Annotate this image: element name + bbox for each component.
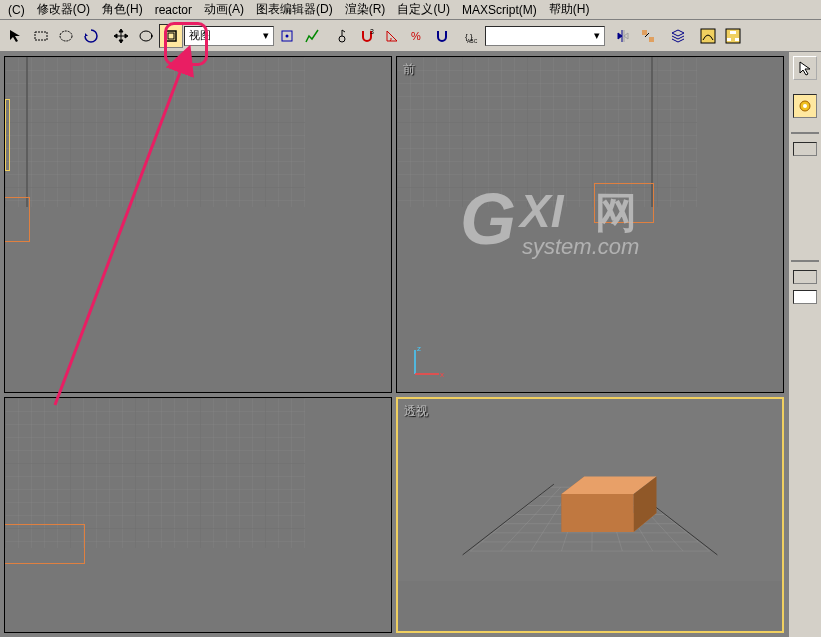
menu-render[interactable]: 渲染(R) — [339, 0, 392, 20]
menu-help[interactable]: 帮助(H) — [543, 0, 596, 20]
panel-slot[interactable] — [793, 142, 817, 156]
menu-bar: (C) 修改器(O) 角色(H) reactor 动画(A) 图表编辑器(D) … — [0, 0, 821, 20]
named-selection-dropdown[interactable]: ▾ — [485, 26, 605, 46]
selection-box — [594, 183, 654, 223]
svg-rect-4 — [168, 33, 174, 39]
menu-animation[interactable]: 动画(A) — [198, 0, 250, 20]
keyboard-shortcut-button[interactable] — [330, 24, 354, 48]
move-button[interactable] — [109, 24, 133, 48]
svg-rect-13 — [649, 37, 654, 42]
use-pivot-button[interactable] — [275, 24, 299, 48]
viewport-front[interactable]: 前 G XI 网 system.com z x — [396, 56, 784, 393]
menu-c[interactable]: (C) — [2, 1, 31, 19]
svg-marker-63 — [561, 494, 633, 532]
menu-grapheditor[interactable]: 图表编辑器(D) — [250, 0, 339, 20]
svg-text:ABC: ABC — [467, 38, 478, 44]
menu-reactor[interactable]: reactor — [149, 1, 198, 19]
panel-slot[interactable] — [793, 290, 817, 304]
main-toolbar: 视图▾ 3 % { }ABC ▾ — [0, 20, 821, 52]
select-manipulate-button[interactable] — [300, 24, 324, 48]
layers-button[interactable] — [666, 24, 690, 48]
svg-point-7 — [339, 36, 345, 42]
select-object-button[interactable] — [4, 24, 28, 48]
axis-gizmo: z x — [407, 342, 447, 382]
svg-point-6 — [286, 34, 289, 37]
named-selection-button[interactable]: { }ABC — [460, 24, 484, 48]
mirror-button[interactable] — [611, 24, 635, 48]
snap-toggle-button[interactable]: 3 — [355, 24, 379, 48]
viewport-area: 前 G XI 网 system.com z x — [0, 52, 788, 637]
svg-rect-16 — [730, 31, 736, 34]
svg-text:system.com: system.com — [522, 233, 639, 258]
grid — [5, 57, 305, 207]
svg-text:x: x — [440, 370, 444, 379]
cursor-icon[interactable] — [793, 56, 817, 80]
svg-text:3: 3 — [370, 28, 374, 35]
create-panel-icon[interactable] — [793, 94, 817, 118]
separator — [791, 260, 819, 262]
reference-coord-value: 视图 — [189, 28, 211, 43]
panel-slot[interactable] — [793, 270, 817, 284]
svg-rect-0 — [35, 32, 47, 40]
menu-modifier[interactable]: 修改器(O) — [31, 0, 96, 20]
selection-box — [4, 197, 30, 242]
command-panel — [788, 52, 821, 637]
select-cycle-button[interactable] — [79, 24, 103, 48]
selection-edge — [5, 99, 10, 171]
svg-rect-18 — [735, 38, 739, 41]
curve-editor-button[interactable] — [696, 24, 720, 48]
svg-rect-12 — [642, 30, 647, 35]
box-3d — [561, 477, 656, 533]
rotate-button[interactable] — [134, 24, 158, 48]
perspective-grid — [398, 399, 782, 581]
svg-rect-14 — [701, 29, 715, 43]
viewport-top[interactable] — [4, 56, 392, 393]
reference-coord-dropdown[interactable]: 视图▾ — [184, 26, 274, 46]
select-region-rect-button[interactable] — [29, 24, 53, 48]
svg-rect-22 — [5, 57, 305, 207]
svg-text:z: z — [417, 344, 421, 353]
percent-snap-button[interactable]: % — [405, 24, 429, 48]
viewport-label-perspective: 透视 — [404, 403, 428, 420]
select-region-circle-button[interactable] — [54, 24, 78, 48]
scale-button[interactable] — [159, 24, 183, 48]
menu-customize[interactable]: 自定义(U) — [391, 0, 456, 20]
separator — [791, 132, 819, 134]
angle-snap-button[interactable] — [380, 24, 404, 48]
spinner-snap-button[interactable] — [430, 24, 454, 48]
menu-character[interactable]: 角色(H) — [96, 0, 149, 20]
svg-point-66 — [803, 104, 807, 108]
svg-text:%: % — [411, 30, 421, 42]
viewport-left[interactable] — [4, 397, 392, 633]
viewport-label-front: 前 — [403, 61, 415, 78]
schematic-view-button[interactable] — [721, 24, 745, 48]
viewport-perspective[interactable]: 透视 — [396, 397, 784, 633]
align-button[interactable] — [636, 24, 660, 48]
svg-point-1 — [60, 31, 72, 41]
svg-point-2 — [140, 31, 152, 41]
menu-maxscript[interactable]: MAXScript(M) — [456, 1, 543, 19]
svg-rect-17 — [727, 38, 731, 41]
selection-box — [4, 524, 85, 564]
